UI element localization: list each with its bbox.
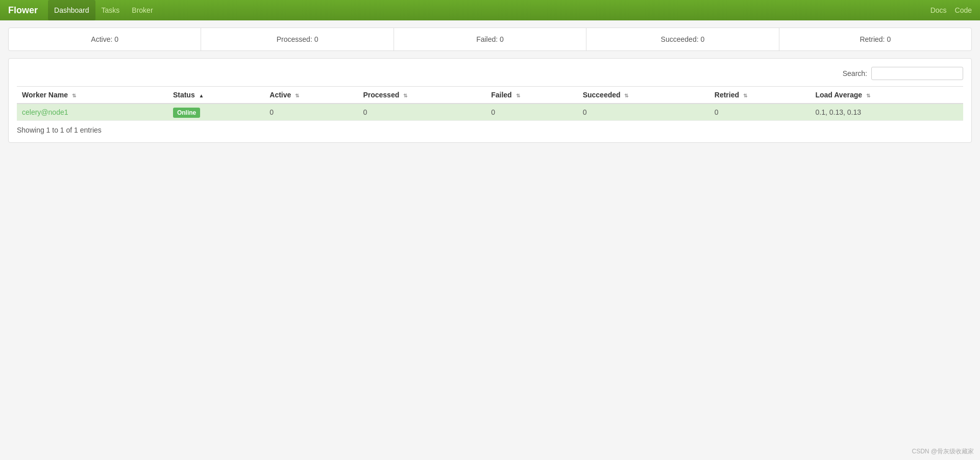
col-active[interactable]: Active ⇅ [264,87,358,104]
search-input[interactable] [871,67,963,80]
code-link[interactable]: Code [955,0,972,20]
col-processed[interactable]: Processed ⇅ [358,87,486,104]
stat-retried: Retried: 0 [779,28,971,50]
cell-active: 0 [264,104,358,121]
workers-panel: Search: Worker Name ⇅ Status ▲ Active ⇅ [8,58,972,143]
sort-icon-status: ▲ [199,93,204,98]
stat-processed: Processed: 0 [201,28,394,50]
nav-item-dashboard[interactable]: Dashboard [48,0,95,20]
table-scroll-wrapper: Worker Name ⇅ Status ▲ Active ⇅ Processe… [17,86,963,121]
cell-failed: 0 [486,104,577,121]
sort-icon-succeeded: ⇅ [624,93,628,98]
header-row: Worker Name ⇅ Status ▲ Active ⇅ Processe… [17,87,963,104]
stat-failed: Failed: 0 [394,28,586,50]
sort-icon-retried: ⇅ [743,93,747,98]
col-worker-name[interactable]: Worker Name ⇅ [17,87,168,104]
stat-active: Active: 0 [9,28,201,50]
table-toolbar: Search: [17,67,963,80]
status-badge: Online [173,108,200,118]
nav-item-broker[interactable]: Broker [126,0,159,20]
worker-link[interactable]: celery@node1 [22,108,68,116]
workers-table: Worker Name ⇅ Status ▲ Active ⇅ Processe… [17,86,963,121]
cell-worker-name: celery@node1 [17,104,168,121]
cell-succeeded: 0 [578,104,709,121]
col-status[interactable]: Status ▲ [168,87,264,104]
stat-succeeded: Succeeded: 0 [586,28,779,50]
cell-load-average: 0.1, 0.13, 0.13 [810,104,963,121]
navbar: Flower Dashboard Tasks Broker Docs Code [0,0,980,20]
col-failed[interactable]: Failed ⇅ [486,87,577,104]
sort-icon-processed: ⇅ [403,93,407,98]
cell-status: Online [168,104,264,121]
col-succeeded[interactable]: Succeeded ⇅ [578,87,709,104]
brand-logo[interactable]: Flower [8,5,38,16]
cell-retried: 0 [709,104,811,121]
nav-link-dashboard[interactable]: Dashboard [48,0,95,20]
nav-menu: Dashboard Tasks Broker [48,0,930,20]
docs-link[interactable]: Docs [930,0,947,20]
nav-link-tasks[interactable]: Tasks [95,0,126,20]
cell-processed: 0 [358,104,486,121]
table-header: Worker Name ⇅ Status ▲ Active ⇅ Processe… [17,87,963,104]
sort-icon-active: ⇅ [295,93,299,98]
navbar-right-links: Docs Code [930,0,972,20]
table-body: celery@node1 Online 0 0 0 0 0 0.1, 0.13,… [17,104,963,121]
col-retried[interactable]: Retried ⇅ [709,87,811,104]
sort-icon-failed: ⇅ [516,93,520,98]
search-label: Search: [843,69,867,78]
nav-link-broker[interactable]: Broker [126,0,159,20]
sort-icon-load-average: ⇅ [866,93,870,98]
col-load-average[interactable]: Load Average ⇅ [810,87,963,104]
nav-item-tasks[interactable]: Tasks [95,0,126,20]
table-info: Showing 1 to 1 of 1 entries [17,126,963,134]
stats-bar: Active: 0 Processed: 0 Failed: 0 Succeed… [8,28,972,51]
sort-icon-worker-name: ⇅ [72,93,76,98]
table-row: celery@node1 Online 0 0 0 0 0 0.1, 0.13,… [17,104,963,121]
